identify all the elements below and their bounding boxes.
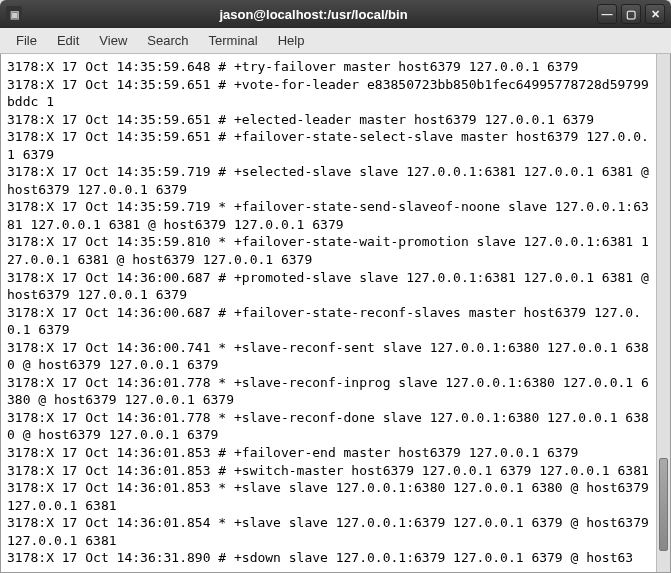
window-title: jason@localhost:/usr/local/bin	[30, 7, 597, 22]
scrollbar[interactable]	[656, 54, 670, 572]
scroll-thumb[interactable]	[659, 458, 668, 551]
menu-edit[interactable]: Edit	[47, 30, 89, 51]
window-titlebar: ▣ jason@localhost:/usr/local/bin — ▢ ✕	[0, 0, 671, 28]
terminal-app-icon: ▣	[6, 6, 22, 22]
menu-search[interactable]: Search	[137, 30, 198, 51]
minimize-button[interactable]: —	[597, 4, 617, 24]
menu-terminal[interactable]: Terminal	[199, 30, 268, 51]
menu-help[interactable]: Help	[268, 30, 315, 51]
close-button[interactable]: ✕	[645, 4, 665, 24]
terminal-area: 3178:X 17 Oct 14:35:59.648 # +try-failov…	[0, 54, 671, 573]
menubar: File Edit View Search Terminal Help	[0, 28, 671, 54]
menu-view[interactable]: View	[89, 30, 137, 51]
maximize-button[interactable]: ▢	[621, 4, 641, 24]
menu-file[interactable]: File	[6, 30, 47, 51]
terminal-output[interactable]: 3178:X 17 Oct 14:35:59.648 # +try-failov…	[1, 54, 656, 572]
window-controls: — ▢ ✕	[597, 4, 665, 24]
